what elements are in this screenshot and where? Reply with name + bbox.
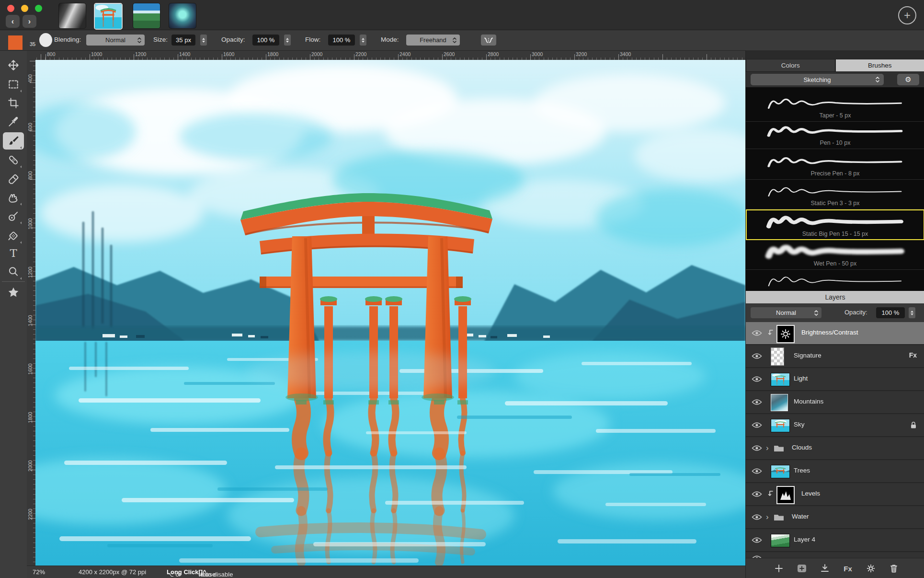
mode-dropdown[interactable]: Freehand bbox=[406, 35, 460, 46]
brush-item[interactable]: Wet Pen - 50 px bbox=[746, 240, 924, 270]
document-tab-torii-painting[interactable] bbox=[94, 3, 123, 30]
document-tab-coastal-landscape[interactable] bbox=[133, 3, 160, 29]
size-input[interactable]: 35 px bbox=[171, 35, 195, 46]
color-picker-tool[interactable] bbox=[3, 113, 24, 130]
brush-category-dropdown[interactable]: Sketching bbox=[751, 74, 884, 85]
brush-item[interactable]: Precise Pen - 8 px bbox=[746, 149, 924, 180]
smudge-finger-icon bbox=[7, 191, 20, 204]
transparent-layer-thumbnail[interactable] bbox=[771, 347, 784, 366]
layer-row-light[interactable]: Light bbox=[746, 368, 924, 391]
brush-tip-preview[interactable] bbox=[39, 33, 52, 47]
paint-brush-tool[interactable] bbox=[3, 132, 24, 150]
history-back-button[interactable]: ‹ bbox=[6, 15, 20, 28]
smudge-tool[interactable] bbox=[3, 189, 24, 206]
layer-effects-button[interactable]: Fx bbox=[840, 563, 856, 574]
torii-mini-thumbnail bbox=[771, 373, 789, 386]
vertical-ruler[interactable]: 400 600 800 1000 1200 1400 1600 1800 200… bbox=[27, 60, 36, 566]
blending-dropdown[interactable]: Normal bbox=[86, 35, 145, 46]
visibility-eye-icon[interactable] bbox=[752, 537, 762, 543]
stabilizer-button[interactable] bbox=[481, 35, 496, 46]
document-tab-grayscale-figure[interactable] bbox=[58, 3, 86, 29]
layer-row-clouds-group[interactable]: › Clouds bbox=[746, 437, 924, 460]
visibility-eye-icon[interactable] bbox=[752, 330, 762, 336]
folder-icon[interactable] bbox=[774, 444, 784, 452]
layer-row-trees[interactable]: Trees bbox=[746, 460, 924, 483]
brush-settings-button[interactable]: ⚙ bbox=[897, 74, 919, 85]
brush-item[interactable]: Taper - 5 px bbox=[746, 87, 924, 122]
merge-down-button[interactable] bbox=[817, 563, 833, 574]
add-layer-button[interactable] bbox=[771, 563, 787, 574]
crop-tool[interactable] bbox=[3, 94, 24, 112]
image-layer-thumbnail[interactable] bbox=[771, 419, 790, 432]
text-tool[interactable]: T bbox=[3, 244, 24, 262]
layer-row-mountains[interactable]: Mountains bbox=[746, 391, 924, 414]
layer-opacity-input[interactable]: 100 % bbox=[876, 307, 905, 318]
visibility-eye-icon[interactable] bbox=[752, 514, 762, 520]
layer-row-layer4[interactable]: Layer 4 bbox=[746, 529, 924, 552]
layer-blend-mode-dropdown[interactable]: Normal bbox=[751, 307, 821, 318]
brush-item[interactable]: Static Pen 3 - 3 px bbox=[746, 180, 924, 209]
image-layer-thumbnail[interactable] bbox=[771, 534, 790, 547]
marquee-select-tool[interactable] bbox=[3, 76, 24, 93]
size-stepper[interactable] bbox=[200, 35, 207, 46]
tab-colors[interactable]: Colors bbox=[746, 59, 835, 72]
visibility-eye-icon[interactable] bbox=[752, 399, 762, 405]
lock-icon[interactable] bbox=[910, 421, 917, 429]
group-expand-chevron[interactable]: › bbox=[766, 443, 769, 453]
opacity-input[interactable]: 100 % bbox=[252, 35, 279, 46]
zoom-window-button[interactable] bbox=[35, 5, 42, 12]
horizontal-ruler[interactable]: 800 1000 1200 1400 1600 1800 2000 2200 2… bbox=[35, 51, 745, 60]
eraser-tool[interactable] bbox=[3, 170, 24, 187]
document-tab-waterfall-cave[interactable] bbox=[169, 3, 196, 29]
move-tool[interactable] bbox=[3, 57, 24, 74]
image-layer-thumbnail[interactable] bbox=[771, 394, 788, 411]
tab-brushes[interactable]: Brushes bbox=[835, 59, 924, 72]
flood-fill-tool[interactable] bbox=[3, 227, 24, 244]
brush-item-selected[interactable]: Static Big Pen 15 - 15 px bbox=[746, 209, 924, 240]
layer-row-partial[interactable] bbox=[746, 552, 924, 558]
flow-input[interactable]: 100 % bbox=[328, 35, 355, 46]
brush-item[interactable] bbox=[746, 270, 924, 291]
close-window-button[interactable] bbox=[7, 5, 14, 12]
brush-item[interactable]: Pen - 10 px bbox=[746, 122, 924, 149]
brush-list: Taper - 5 px Pen - 10 px Precise Pen - 8… bbox=[746, 87, 924, 291]
layer-row-water-group[interactable]: › Water bbox=[746, 506, 924, 529]
layer-row-levels[interactable]: Levels bbox=[746, 483, 924, 506]
visibility-eye-icon[interactable] bbox=[752, 491, 762, 497]
add-pixel-layer-button[interactable] bbox=[794, 563, 810, 574]
image-layer-thumbnail[interactable] bbox=[771, 465, 790, 478]
flyout-indicator bbox=[20, 203, 23, 206]
new-document-button[interactable]: + bbox=[898, 6, 916, 24]
crop-icon bbox=[7, 97, 20, 109]
visibility-eye-icon[interactable] bbox=[752, 445, 762, 451]
fx-badge[interactable]: Fx bbox=[909, 351, 917, 359]
minimize-window-button[interactable] bbox=[21, 5, 28, 12]
canvas-painting[interactable] bbox=[35, 60, 745, 566]
flow-stepper[interactable] bbox=[360, 35, 366, 46]
adjustment-sun-thumbnail[interactable] bbox=[776, 325, 795, 343]
visibility-eye-icon[interactable] bbox=[752, 422, 762, 428]
opacity-stepper[interactable] bbox=[284, 35, 291, 46]
visibility-eye-icon[interactable] bbox=[752, 376, 762, 382]
layer-row-brightness-contrast[interactable]: Brightness/Contrast bbox=[746, 322, 924, 345]
flyout-indicator bbox=[20, 221, 23, 224]
delete-layer-button[interactable] bbox=[886, 563, 902, 574]
visibility-eye-icon[interactable] bbox=[752, 353, 762, 359]
layer-opacity-stepper[interactable] bbox=[909, 307, 915, 318]
healing-brush-tool[interactable] bbox=[3, 151, 24, 169]
active-color-swatch[interactable] bbox=[8, 35, 23, 50]
dodge-burn-tool[interactable] bbox=[3, 208, 24, 225]
layer-row-sky[interactable]: Sky bbox=[746, 414, 924, 437]
titlebar: ‹ › + bbox=[0, 0, 924, 30]
layer-row-signature[interactable]: Signature Fx bbox=[746, 345, 924, 368]
zoom-tool[interactable] bbox=[3, 263, 24, 280]
adjustment-button[interactable] bbox=[863, 563, 879, 574]
visibility-eye-icon[interactable] bbox=[752, 468, 762, 474]
trash-icon bbox=[890, 564, 898, 573]
history-forward-button[interactable]: › bbox=[23, 15, 36, 28]
levels-histogram-thumbnail[interactable] bbox=[776, 486, 795, 504]
favorites-star[interactable] bbox=[3, 284, 24, 301]
folder-icon[interactable] bbox=[774, 513, 784, 521]
image-layer-thumbnail[interactable] bbox=[771, 373, 790, 386]
group-expand-chevron[interactable]: › bbox=[766, 512, 769, 522]
